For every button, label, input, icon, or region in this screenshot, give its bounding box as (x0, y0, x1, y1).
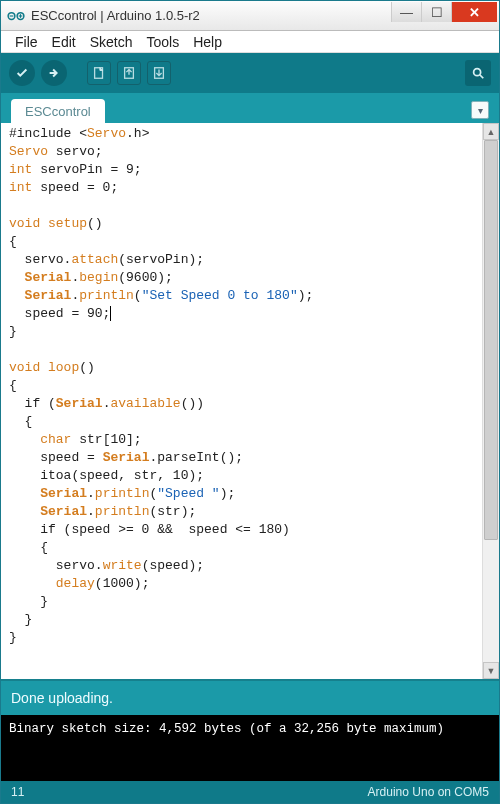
text-cursor (110, 306, 111, 321)
minimize-button[interactable]: — (391, 2, 421, 22)
maximize-button[interactable]: ☐ (421, 2, 451, 22)
menu-tools[interactable]: Tools (141, 32, 186, 52)
svg-point-8 (474, 69, 481, 76)
tab-bar: ESCcontrol ▾ (1, 93, 499, 123)
toolbar (1, 53, 499, 93)
menu-sketch[interactable]: Sketch (84, 32, 139, 52)
scroll-down-icon[interactable]: ▼ (483, 662, 499, 679)
window-controls: — ☐ ✕ (391, 2, 497, 22)
arduino-logo-icon (7, 9, 25, 23)
verify-button[interactable] (9, 60, 35, 86)
upload-button[interactable] (41, 60, 67, 86)
footer-bar: 11 Arduino Uno on COM5 (1, 781, 499, 803)
menu-edit[interactable]: Edit (46, 32, 82, 52)
serial-monitor-button[interactable] (465, 60, 491, 86)
menu-file[interactable]: File (9, 32, 44, 52)
new-sketch-button[interactable] (87, 61, 111, 85)
save-sketch-button[interactable] (147, 61, 171, 85)
line-number: 11 (11, 785, 24, 799)
code-editor[interactable]: #include <Servo.h> Servo servo; int serv… (1, 123, 482, 679)
arduino-ide-window: ESCcontrol | Arduino 1.0.5-r2 — ☐ ✕ File… (0, 0, 500, 804)
titlebar[interactable]: ESCcontrol | Arduino 1.0.5-r2 — ☐ ✕ (1, 1, 499, 31)
tab-menu-dropdown[interactable]: ▾ (471, 101, 489, 119)
console-output[interactable]: Binary sketch size: 4,592 bytes (of a 32… (1, 715, 499, 781)
window-title: ESCcontrol | Arduino 1.0.5-r2 (31, 8, 391, 23)
tab-esccontrol[interactable]: ESCcontrol (11, 99, 105, 123)
open-sketch-button[interactable] (117, 61, 141, 85)
console-line: Binary sketch size: 4,592 bytes (of a 32… (9, 721, 491, 737)
scroll-thumb[interactable] (484, 140, 498, 540)
menubar: File Edit Sketch Tools Help (1, 31, 499, 53)
scroll-up-icon[interactable]: ▲ (483, 123, 499, 140)
status-message: Done uploading. (11, 690, 113, 706)
vertical-scrollbar[interactable]: ▲ ▼ (482, 123, 499, 679)
close-button[interactable]: ✕ (451, 2, 497, 22)
editor-area: #include <Servo.h> Servo servo; int serv… (1, 123, 499, 679)
board-port: Arduino Uno on COM5 (368, 785, 489, 799)
code-text: #include < (9, 126, 87, 141)
svg-line-9 (480, 75, 484, 79)
status-bar: Done uploading. (1, 679, 499, 715)
menu-help[interactable]: Help (187, 32, 228, 52)
